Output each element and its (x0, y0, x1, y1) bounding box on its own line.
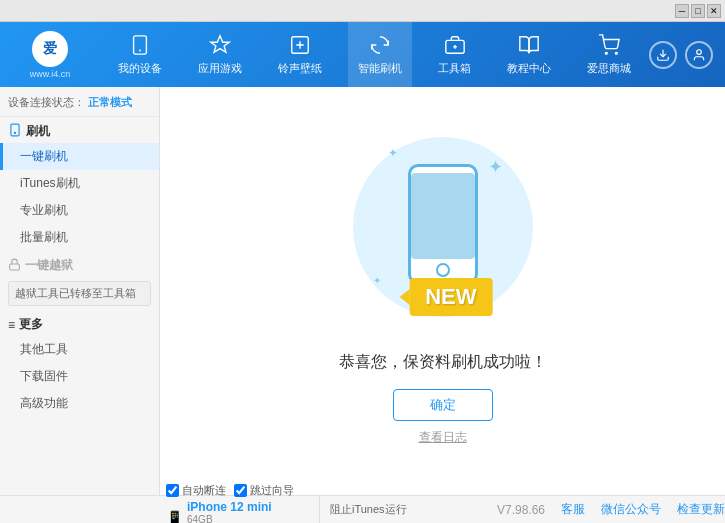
nav-my-device[interactable]: 我的设备 (108, 22, 172, 87)
nav-smart-flash-label: 智能刷机 (358, 61, 402, 76)
svg-rect-12 (10, 263, 20, 269)
bottom-right-links: V7.98.66 客服 微信公众号 检查更新 (497, 501, 725, 518)
flash-section-icon (8, 123, 22, 140)
nav-toolbox-label: 工具箱 (438, 61, 471, 76)
phone-body (408, 164, 478, 284)
auto-disconnect-checkbox[interactable] (166, 484, 179, 497)
device-status-bar: 设备连接状态： 正常模式 (0, 91, 159, 117)
user-button[interactable] (685, 41, 713, 69)
itunes-status-text: 阻止iTunes运行 (330, 503, 407, 515)
svg-point-1 (139, 50, 141, 52)
status-value: 正常模式 (88, 96, 132, 108)
wechat-link[interactable]: 微信公众号 (601, 501, 661, 518)
auto-disconnect-text: 自动断连 (182, 483, 226, 498)
sidebar-item-other-tools[interactable]: 其他工具 (0, 336, 159, 363)
svg-point-11 (14, 132, 15, 133)
phone-screen (411, 173, 475, 259)
confirm-button[interactable]: 确定 (393, 389, 493, 421)
apps-games-icon (208, 33, 232, 57)
sidebar-item-batch-flash[interactable]: 批量刷机 (0, 224, 159, 251)
sidebar-section-flash: 刷机 (0, 117, 159, 143)
toolbox-icon (443, 33, 467, 57)
svg-point-9 (697, 49, 702, 54)
nav-tutorials-label: 教程中心 (507, 61, 551, 76)
shop-icon (597, 33, 621, 57)
header: 爱 www.i4.cn 我的设备 应用游戏 铃声壁纸 智能刷机 (0, 22, 725, 87)
sparkle-3: ✦ (373, 275, 381, 286)
nav-apps-games[interactable]: 应用游戏 (188, 22, 252, 87)
logo-text: 爱 (43, 40, 57, 58)
sidebar-item-itunes-flash[interactable]: iTunes刷机 (0, 170, 159, 197)
phone-home-button (436, 263, 450, 277)
nav-ringtone-label: 铃声壁纸 (278, 61, 322, 76)
more-icon: ≡ (8, 318, 15, 332)
ringtone-icon (288, 33, 312, 57)
nav-ringtone[interactable]: 铃声壁纸 (268, 22, 332, 87)
sidebar: 设备连接状态： 正常模式 刷机 一键刷机 iTunes刷机 专业刷机 批量刷机 (0, 87, 160, 495)
tutorials-icon (517, 33, 541, 57)
device-details: iPhone 12 mini 64GB Down-12mini-13,1 (187, 500, 272, 523)
nav-items: 我的设备 应用游戏 铃声壁纸 智能刷机 工具箱 (100, 22, 649, 87)
sidebar-item-pro-flash[interactable]: 专业刷机 (0, 197, 159, 224)
nav-apps-label: 应用游戏 (198, 61, 242, 76)
version-text: V7.98.66 (497, 503, 545, 517)
jailbreak-notice: 越狱工具已转移至工具箱 (8, 281, 151, 306)
smart-flash-icon (368, 33, 392, 57)
close-button[interactable]: ✕ (707, 4, 721, 18)
sparkle-1: ✦ (388, 146, 398, 160)
minimize-button[interactable]: ─ (675, 4, 689, 18)
new-ribbon-text: NEW (409, 278, 492, 316)
view-log-link[interactable]: 查看日志 (419, 429, 467, 446)
jailbreak-section-title: 一键越狱 (25, 257, 73, 274)
sidebar-item-one-click-flash[interactable]: 一键刷机 (0, 143, 159, 170)
itunes-status-area: 阻止iTunes运行 (330, 502, 407, 517)
auto-disconnect-label[interactable]: 自动断连 (166, 483, 226, 498)
sidebar-item-advanced[interactable]: 高级功能 (0, 390, 159, 417)
my-device-icon (128, 33, 152, 57)
main-area: 设备连接状态： 正常模式 刷机 一键刷机 iTunes刷机 专业刷机 批量刷机 (0, 87, 725, 495)
nav-tutorials[interactable]: 教程中心 (497, 22, 561, 87)
device-name: iPhone 12 mini (187, 500, 272, 514)
svg-point-6 (605, 52, 607, 54)
content-area: ✦ ✦ ✦ NEW 恭喜您，保资料刷机成功啦！ 确定 查看日志 (160, 87, 725, 495)
customer-service-link[interactable]: 客服 (561, 501, 585, 518)
sparkle-2: ✦ (488, 156, 503, 178)
success-message: 恭喜您，保资料刷机成功啦！ (339, 352, 547, 373)
maximize-button[interactable]: □ (691, 4, 705, 18)
logo-icon: 爱 (32, 31, 68, 67)
lock-icon (8, 258, 21, 274)
svg-point-7 (615, 52, 617, 54)
more-section-title: 更多 (19, 316, 43, 333)
bottom-bar: 自动断连 跳过向导 📱 iPhone 12 mini 64GB Down-12m… (0, 495, 725, 523)
phone-illustration: ✦ ✦ ✦ NEW (333, 136, 553, 336)
sidebar-item-download-firmware[interactable]: 下载固件 (0, 363, 159, 390)
logo-url: www.i4.cn (30, 69, 71, 79)
skip-wizard-checkbox[interactable] (234, 484, 247, 497)
new-badge: NEW (409, 278, 492, 316)
device-storage: 64GB (187, 514, 272, 523)
sidebar-section-jailbreak: 一键越狱 (0, 251, 159, 277)
check-update-link[interactable]: 检查更新 (677, 501, 725, 518)
sidebar-section-more: ≡ 更多 (0, 310, 159, 336)
status-label: 设备连接状态： (8, 96, 85, 108)
bottom-middle-right: 阻止iTunes运行 V7.98.66 客服 微信公众号 检查更新 (320, 501, 725, 518)
nav-shop[interactable]: 爱思商城 (577, 22, 641, 87)
nav-my-device-label: 我的设备 (118, 61, 162, 76)
device-row: 📱 iPhone 12 mini 64GB Down-12mini-13,1 (166, 500, 313, 523)
flash-section-title: 刷机 (26, 123, 50, 140)
logo-area: 爱 www.i4.cn (0, 22, 100, 87)
header-right (649, 41, 725, 69)
checkbox-row: 自动断连 跳过向导 (166, 483, 313, 498)
skip-wizard-label[interactable]: 跳过向导 (234, 483, 294, 498)
nav-shop-label: 爱思商城 (587, 61, 631, 76)
nav-smart-flash[interactable]: 智能刷机 (348, 22, 412, 87)
download-button[interactable] (649, 41, 677, 69)
skip-wizard-text: 跳过向导 (250, 483, 294, 498)
bottom-sidebar-area: 自动断连 跳过向导 📱 iPhone 12 mini 64GB Down-12m… (160, 496, 320, 523)
title-bar: ─ □ ✕ (0, 0, 725, 22)
window-controls[interactable]: ─ □ ✕ (675, 4, 721, 18)
nav-toolbox[interactable]: 工具箱 (428, 22, 481, 87)
device-phone-icon: 📱 (166, 510, 183, 523)
